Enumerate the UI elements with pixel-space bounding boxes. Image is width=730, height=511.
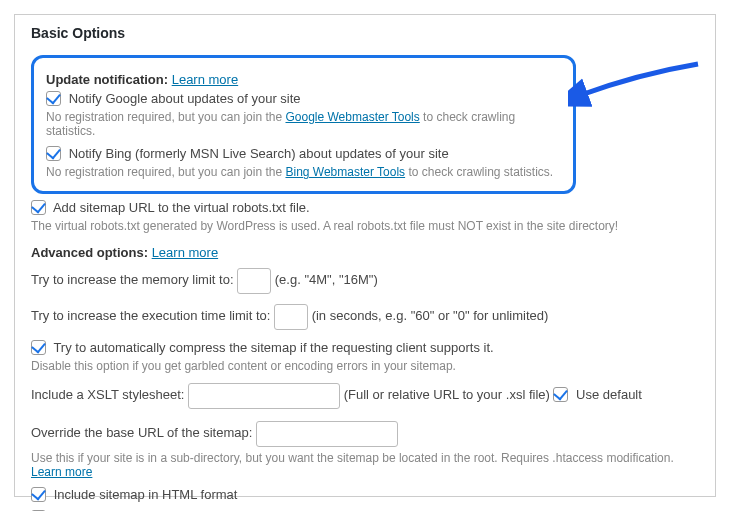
advanced-options-heading: Advanced options: xyxy=(31,245,148,260)
memory-label: Try to increase the memory limit to: xyxy=(31,272,234,287)
html-format-label: Include sitemap in HTML format xyxy=(54,487,238,502)
xslt-label: Include a XSLT stylesheet: xyxy=(31,387,184,402)
exec-input[interactable] xyxy=(274,304,308,330)
notify-google-label: Notify Google about updates of your site xyxy=(69,91,301,106)
compress-checkbox[interactable] xyxy=(31,340,46,355)
xslt-input[interactable] xyxy=(188,383,340,409)
update-notification-heading: Update notification: xyxy=(46,72,168,87)
memory-hint: (e.g. "4M", "16M") xyxy=(275,272,378,287)
base-url-learn-more[interactable]: Learn more xyxy=(31,465,92,479)
google-note-pre: No registration required, but you can jo… xyxy=(46,110,285,124)
notify-bing-label: Notify Bing (formerly MSN Live Search) a… xyxy=(69,146,449,161)
section-title: Basic Options xyxy=(31,25,699,41)
bing-webmaster-tools-link[interactable]: Bing Webmaster Tools xyxy=(285,165,405,179)
virtual-robots-note: The virtual robots.txt generated by Word… xyxy=(31,219,699,233)
basic-options-panel: Basic Options Update notification: Learn… xyxy=(14,14,716,497)
exec-hint: (in seconds, e.g. "60" or "0" for unlimi… xyxy=(312,308,549,323)
bing-note-pre: No registration required, but you can jo… xyxy=(46,165,285,179)
base-url-label: Override the base URL of the sitemap: xyxy=(31,425,252,440)
compress-note: Disable this option if you get garbled c… xyxy=(31,359,699,373)
base-url-note: Use this if your site is in a sub-direct… xyxy=(31,451,674,465)
notify-bing-checkbox[interactable] xyxy=(46,146,61,161)
xslt-use-default-label: Use default xyxy=(576,387,642,402)
compress-label: Try to automatically compress the sitema… xyxy=(53,340,493,355)
memory-input[interactable] xyxy=(237,268,271,294)
virtual-robots-label: Add sitemap URL to the virtual robots.tx… xyxy=(53,200,310,215)
virtual-robots-checkbox[interactable] xyxy=(31,200,46,215)
notify-google-checkbox[interactable] xyxy=(46,91,61,106)
advanced-learn-more[interactable]: Learn more xyxy=(152,245,218,260)
xslt-use-default-checkbox[interactable] xyxy=(553,387,568,402)
base-url-input[interactable] xyxy=(256,421,398,447)
xslt-hint: (Full or relative URL to your .xsl file) xyxy=(344,387,550,402)
update-notification-learn-more[interactable]: Learn more xyxy=(172,72,238,87)
html-format-checkbox[interactable] xyxy=(31,487,46,502)
exec-label: Try to increase the execution time limit… xyxy=(31,308,270,323)
update-notification-box: Update notification: Learn more Notify G… xyxy=(31,55,576,194)
google-webmaster-tools-link[interactable]: Google Webmaster Tools xyxy=(285,110,419,124)
bing-note-post: to check crawling statistics. xyxy=(405,165,553,179)
